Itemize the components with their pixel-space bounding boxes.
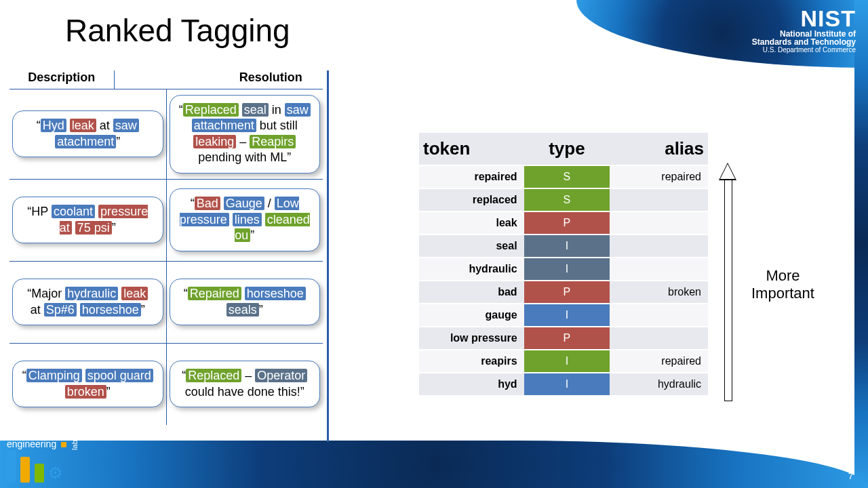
nist-logo-text: NIST: [752, 5, 856, 32]
token-row: hydIhydraulic: [419, 373, 708, 396]
token-header-type: type: [524, 133, 610, 165]
token-header-token: token: [419, 133, 524, 165]
highlight-red: leak: [70, 119, 96, 132]
highlight-red: broken: [65, 385, 106, 399]
highlight-blue: Gauge: [224, 197, 264, 210]
alias-cell: [610, 235, 708, 258]
highlight-blue: Clamping: [26, 369, 82, 382]
token-cell: gauge: [419, 304, 524, 327]
token-row: hydraulicI: [419, 258, 708, 281]
more-important-line1: More: [766, 267, 800, 284]
resolution-bubble: “Replaced – Operator could have done thi…: [170, 361, 321, 407]
highlight-darkb: seals: [226, 303, 259, 317]
token-cell: hyd: [419, 373, 524, 396]
token-cell: leak: [419, 211, 524, 235]
token-table: token type alias repairedSrepairedreplac…: [419, 133, 708, 396]
token-cell: reapirs: [419, 350, 524, 373]
corner-decoration-bl: [0, 441, 868, 488]
resolution-bubble: “Repaired horseshoe seals”: [170, 279, 321, 325]
alias-cell: [610, 188, 708, 211]
highlight-green: Replaced: [186, 369, 241, 382]
more-important-line2: Important: [751, 285, 814, 302]
highlight-blue: saw: [113, 119, 139, 132]
nist-logo-line3: U.S. Department of Commerce: [752, 46, 856, 54]
type-cell: I: [524, 350, 610, 373]
arrow-up-icon: [719, 163, 736, 400]
highlight-green: Repaired: [188, 287, 241, 300]
alias-cell: repaired: [610, 165, 708, 188]
alias-cell: hydraulic: [610, 373, 708, 396]
highlight-darkb: seal: [242, 103, 269, 117]
resolution-bubble: “Replaced seal in saw attachment but sti…: [170, 95, 321, 174]
token-row: low pressureP: [419, 327, 708, 350]
highlight-red: Bad: [195, 197, 220, 210]
square-icon: [61, 442, 66, 447]
token-cell: low pressure: [419, 327, 524, 350]
description-bubble: “Hyd leak at saw atachment”: [12, 110, 163, 157]
examples-grid: Description Resolution “Hyd leak at saw …: [9, 70, 323, 425]
token-row: gaugeI: [419, 304, 708, 327]
token-cell: hydraulic: [419, 258, 524, 281]
type-cell: P: [524, 327, 610, 350]
token-header-alias: alias: [610, 133, 708, 165]
highlight-blue: atachment: [55, 135, 116, 148]
type-cell: I: [524, 373, 610, 396]
example-row: “HP coolant pressure at 75 psi”“Bad Gaug…: [9, 179, 323, 261]
highlight-blue: Sp#6: [44, 303, 77, 317]
highlight-blue: attachment: [192, 119, 256, 132]
alias-cell: [610, 211, 708, 235]
type-cell: S: [524, 165, 610, 188]
token-cell: repaired: [419, 165, 524, 188]
highlight-blue: spool guard: [85, 369, 153, 382]
type-cell: P: [524, 211, 610, 235]
footer-word-1: engineering: [7, 439, 56, 449]
resolution-bubble: “Bad Gauge / Low pressure lines cleaned …: [170, 188, 321, 251]
engineering-lab-logo: engineering laboratory ⚙: [7, 417, 79, 483]
highlight-blue: lines: [233, 213, 262, 226]
bar-icon: [7, 450, 16, 483]
token-cell: seal: [419, 235, 524, 258]
column-header-resolution: Resolution: [218, 70, 323, 89]
highlight-blue: saw: [285, 103, 311, 117]
page-number: 7: [848, 471, 853, 481]
nist-logo-line2: Standards and Technology: [752, 37, 856, 47]
alias-cell: [610, 258, 708, 281]
highlight-darkb: Operator: [255, 369, 307, 382]
type-cell: I: [524, 235, 610, 258]
description-bubble: “HP coolant pressure at 75 psi”: [12, 197, 163, 243]
type-cell: P: [524, 281, 610, 304]
highlight-red: leaking: [193, 135, 236, 148]
vertical-divider: [327, 70, 329, 442]
more-important-label: More Important: [751, 267, 814, 303]
token-cell: replaced: [419, 188, 524, 211]
alias-cell: [610, 304, 708, 327]
gear-icon: ⚙: [48, 464, 63, 483]
token-row: leakP: [419, 211, 708, 235]
type-cell: I: [524, 258, 610, 281]
example-row: “Clamping spool guard broken”“Replaced –…: [9, 343, 323, 425]
token-row: badPbroken: [419, 281, 708, 304]
highlight-red: 75 psi: [75, 221, 112, 235]
corner-decoration-right-edge: [854, 0, 868, 488]
alias-cell: [610, 327, 708, 350]
nist-logo: NIST National Institute of Standards and…: [752, 5, 856, 54]
bar-icon: [20, 457, 30, 483]
bar-icon: [35, 464, 44, 483]
highlight-green: Replaced: [183, 103, 239, 117]
description-bubble: “Clamping spool guard broken”: [12, 361, 163, 407]
highlight-blue: hydraulic: [65, 287, 118, 300]
highlight-green: Reapirs: [250, 135, 296, 148]
token-row: repairedSrepaired: [419, 165, 708, 188]
token-row: replacedS: [419, 188, 708, 211]
highlight-blue: coolant: [52, 205, 95, 218]
token-row: reapirsIrepaired: [419, 350, 708, 373]
type-cell: S: [524, 188, 610, 211]
alias-cell: broken: [610, 281, 708, 304]
highlight-red: leak: [121, 287, 148, 300]
description-bubble: “Major hydraulic leak at Sp#6 horseshoe”: [12, 279, 163, 325]
token-cell: bad: [419, 281, 524, 304]
token-row: sealI: [419, 235, 708, 258]
highlight-blue: horseshoe: [80, 303, 141, 317]
page-title: Ranked Tagging: [65, 12, 290, 49]
highlight-blue: Hyd: [41, 119, 66, 132]
